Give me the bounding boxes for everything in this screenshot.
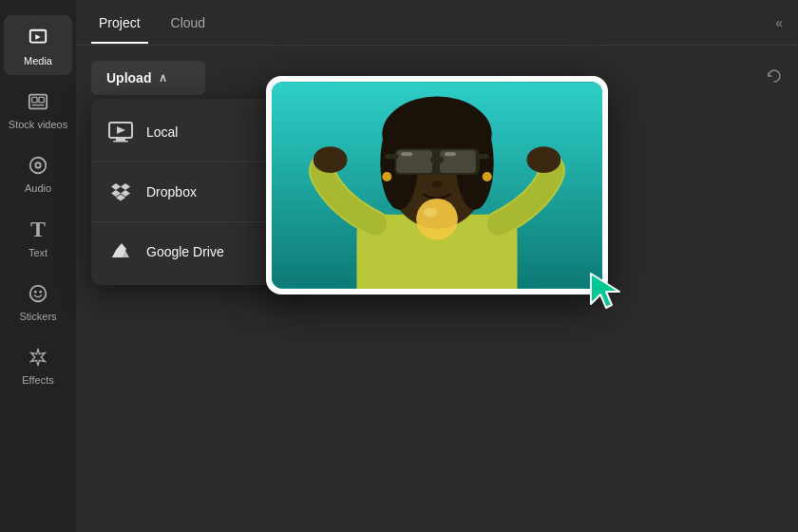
preview-card [266,76,608,294]
sidebar-item-stickers-label: Stickers [19,311,56,323]
svg-rect-13 [113,141,128,142]
media-icon [25,25,51,51]
sidebar-item-media-label: Media [24,55,52,67]
upload-chevron-icon: ∧ [159,71,167,85]
preview-image [272,82,602,289]
upload-label: Upload [106,70,151,86]
tab-project[interactable]: Project [91,2,148,44]
svg-rect-28 [385,154,398,159]
sidebar: Media Stock videos Audio T Text [0,0,76,532]
sidebar-item-stickers[interactable]: Stickers [4,271,72,331]
refresh-button[interactable] [766,67,783,88]
upload-button[interactable]: Upload ∧ [91,61,205,95]
tabs-bar: Project Cloud « [76,0,798,46]
svg-marker-1 [35,34,41,40]
stickers-icon [25,280,51,307]
collapse-button[interactable]: « [775,15,783,30]
svg-rect-29 [476,154,489,159]
dropdown-item-google-drive-label: Google Drive [146,244,224,259]
svg-point-36 [483,172,492,181]
main-panel: Project Cloud « Upload ∧ [76,0,798,532]
svg-point-35 [382,172,391,181]
svg-rect-3 [32,98,38,104]
dropdown-item-local-label: Local [146,124,178,140]
sidebar-item-text-label: Text [28,247,48,259]
local-icon [108,120,133,144]
sidebar-item-stock-videos-label: Stock videos [9,119,67,131]
svg-marker-39 [591,274,619,308]
sidebar-item-effects-label: Effects [22,374,53,387]
tab-cloud[interactable]: Cloud [163,2,214,44]
svg-point-7 [35,163,41,169]
svg-point-8 [30,286,47,302]
sidebar-item-effects[interactable]: Effects [4,334,72,394]
svg-point-33 [314,146,348,173]
svg-rect-12 [116,138,125,141]
svg-point-31 [416,199,458,240]
cursor-arrow [583,270,625,312]
stock-videos-icon [25,88,51,115]
svg-rect-4 [39,98,44,104]
svg-rect-27 [430,157,444,162]
svg-point-32 [424,208,437,218]
audio-icon [25,152,51,179]
sidebar-item-text[interactable]: T Text [4,207,72,267]
sidebar-item-audio[interactable]: Audio [4,142,72,202]
svg-rect-37 [401,152,412,156]
effects-icon [25,344,51,370]
svg-point-34 [526,146,560,173]
svg-point-9 [34,291,37,294]
svg-marker-14 [117,126,125,134]
svg-rect-38 [445,152,456,156]
dropdown-item-dropbox-label: Dropbox [146,184,197,200]
text-icon: T [25,217,51,243]
dropbox-icon [108,180,133,204]
sidebar-item-stock-videos[interactable]: Stock videos [4,79,72,139]
google-drive-icon [108,239,133,264]
svg-point-30 [431,180,443,188]
svg-point-10 [39,291,42,294]
sidebar-item-audio-label: Audio [25,182,51,195]
sidebar-item-media[interactable]: Media [4,15,72,75]
